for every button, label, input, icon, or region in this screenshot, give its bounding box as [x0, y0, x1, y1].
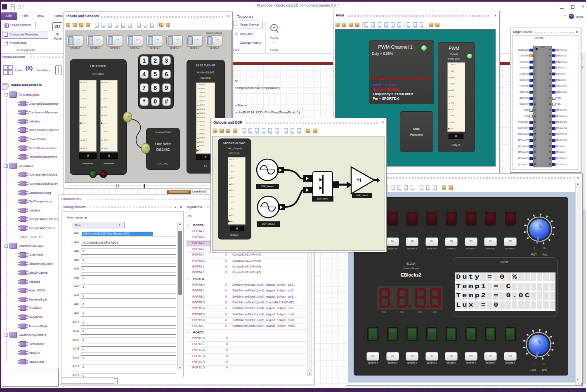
svg-text:*1: *1 — [357, 178, 362, 183]
